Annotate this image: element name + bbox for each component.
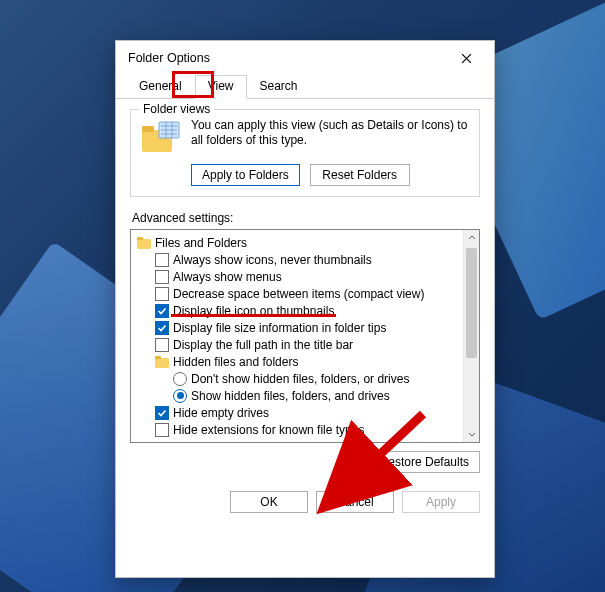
scroll-down-button[interactable]	[464, 426, 479, 442]
checkbox[interactable]	[155, 338, 169, 352]
tab-panel: Folder views You can apply this view (su…	[116, 99, 494, 481]
folder-views-icon	[141, 120, 181, 156]
reset-folders-button[interactable]: Reset Folders	[310, 164, 410, 186]
tree-item-label: Display the full path in the title bar	[173, 338, 461, 352]
tree-item-label: Always show menus	[173, 270, 461, 284]
checkbox[interactable]	[155, 321, 169, 335]
tree-item-label: Show hidden files, folders, and drives	[191, 389, 461, 403]
folder-icon	[137, 237, 151, 249]
apply-button[interactable]: Apply	[402, 491, 480, 513]
svg-rect-1	[142, 126, 154, 132]
chevron-down-icon	[468, 430, 476, 438]
tree-item[interactable]: Decrease space between items (compact vi…	[137, 285, 461, 302]
restore-defaults-button[interactable]: Restore Defaults	[369, 451, 480, 473]
tree-item[interactable]: Display file size information in folder …	[137, 319, 461, 336]
tab-search[interactable]: Search	[247, 75, 311, 99]
checkbox[interactable]	[155, 406, 169, 420]
tree-group-files-folders: Files and Folders	[137, 234, 461, 251]
tab-view[interactable]: View	[195, 75, 247, 99]
tree-item-label: Display file icon on thumbnails	[173, 304, 461, 318]
advanced-settings-label: Advanced settings:	[132, 211, 480, 225]
radio[interactable]	[173, 372, 187, 386]
tree-group-label: Files and Folders	[155, 236, 461, 250]
folder-icon	[155, 356, 169, 368]
scroll-up-button[interactable]	[464, 230, 479, 246]
folder-views-description: You can apply this view (such as Details…	[191, 118, 469, 148]
radio[interactable]	[173, 389, 187, 403]
tree-item-label: Hide extensions for known file types	[173, 423, 461, 437]
checkbox[interactable]	[155, 253, 169, 267]
tree-item-label: Don't show hidden files, folders, or dri…	[191, 372, 461, 386]
scrollbar[interactable]	[463, 230, 479, 442]
titlebar: Folder Options	[116, 41, 494, 75]
tree-item-label: Always show icons, never thumbnails	[173, 253, 461, 267]
dialog-footer: OK Cancel Apply	[116, 481, 494, 513]
checkbox[interactable]	[155, 270, 169, 284]
folder-options-dialog: Folder Options General View Search Folde…	[115, 40, 495, 578]
tree-item[interactable]: Hide empty drives	[137, 404, 461, 421]
tree-item-label: Display file size information in folder …	[173, 321, 461, 335]
checkbox[interactable]	[155, 304, 169, 318]
chevron-up-icon	[468, 234, 476, 242]
tree-item[interactable]: Display the full path in the title bar	[137, 336, 461, 353]
tree-item[interactable]: Always show icons, never thumbnails	[137, 251, 461, 268]
checkbox[interactable]	[155, 287, 169, 301]
tree-group-hidden-files: Hidden files and folders	[137, 353, 461, 370]
tabstrip: General View Search	[116, 75, 494, 99]
scroll-thumb[interactable]	[466, 248, 477, 358]
checkbox[interactable]	[155, 423, 169, 437]
ok-button[interactable]: OK	[230, 491, 308, 513]
tree-item-label: Decrease space between items (compact vi…	[173, 287, 461, 301]
close-icon	[461, 53, 472, 64]
advanced-settings-tree[interactable]: Files and Folders Always show icons, nev…	[130, 229, 480, 443]
apply-to-folders-button[interactable]: Apply to Folders	[191, 164, 300, 186]
window-title: Folder Options	[128, 51, 444, 65]
tree-item-label: Hide empty drives	[173, 406, 461, 420]
tree-group-label: Hidden files and folders	[173, 355, 461, 369]
tree-radio-dont-show-hidden[interactable]: Don't show hidden files, folders, or dri…	[137, 370, 461, 387]
tab-general[interactable]: General	[126, 75, 195, 99]
tree-radio-show-hidden[interactable]: Show hidden files, folders, and drives	[137, 387, 461, 404]
tree-item[interactable]: Always show menus	[137, 268, 461, 285]
folder-views-group: Folder views You can apply this view (su…	[130, 109, 480, 197]
tree-item[interactable]: Hide extensions for known file types	[137, 421, 461, 438]
cancel-button[interactable]: Cancel	[316, 491, 394, 513]
tree-item-display-file-icon[interactable]: Display file icon on thumbnails	[137, 302, 461, 319]
close-button[interactable]	[444, 43, 488, 73]
folder-views-legend: Folder views	[139, 102, 214, 116]
